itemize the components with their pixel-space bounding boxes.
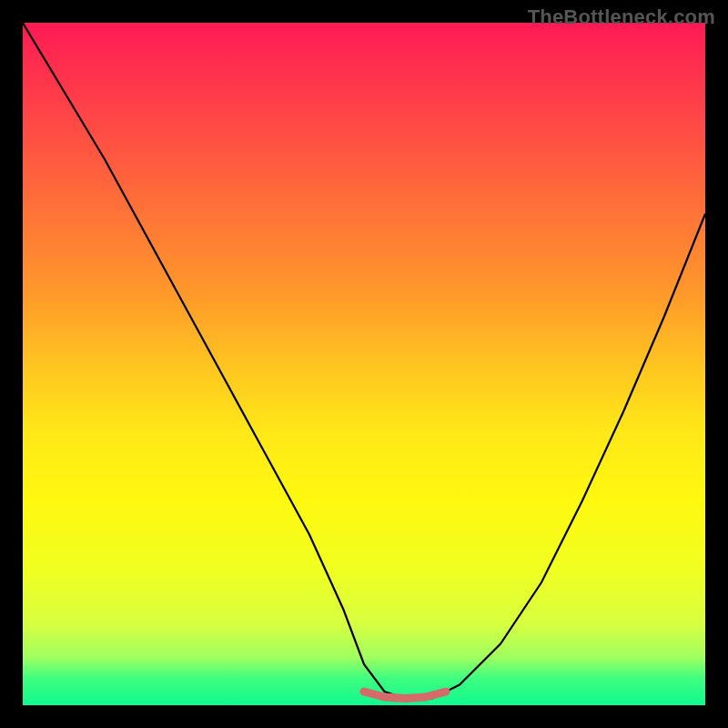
plot-area bbox=[23, 23, 705, 705]
chart-svg bbox=[23, 23, 705, 705]
highlight-segment bbox=[364, 692, 446, 699]
main-curve bbox=[23, 23, 705, 699]
watermark-text: TheBottleneck.com bbox=[528, 5, 715, 29]
